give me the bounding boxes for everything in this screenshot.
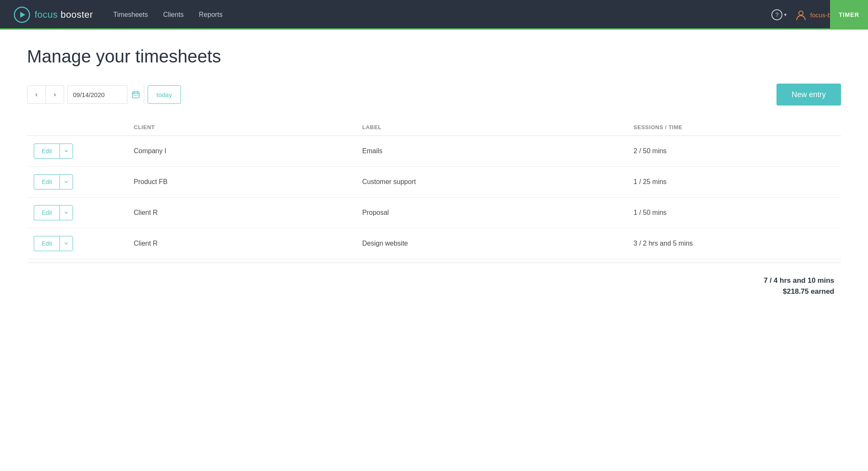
edit-button-1[interactable]: Edit [34,174,59,189]
calendar-icon [132,91,140,98]
controls-row: ‹ › today New entry [27,84,841,106]
edit-button-2[interactable]: Edit [34,205,59,220]
row-dropdown-2[interactable] [59,205,73,220]
date-picker [67,85,144,104]
navbar: focus booster Timesheets Clients Reports… [0,0,868,30]
row-dropdown-0[interactable] [59,143,73,159]
row-dropdown-3[interactable] [59,236,73,251]
help-icon: ? [771,9,782,20]
nav-links: Timesheets Clients Reports [113,11,772,19]
date-input[interactable] [68,86,127,103]
actions-cell-1: Edit [27,167,127,198]
actions-cell-3: Edit [27,228,127,259]
label-cell-2: Proposal [356,198,627,228]
svg-rect-6 [137,95,138,96]
timer-button[interactable]: TIMER [830,0,868,30]
totals-earned: $218.75 earned [27,287,834,296]
chevron-down-icon [64,211,68,215]
chevron-down-icon [64,149,68,153]
prev-date-button[interactable]: ‹ [27,85,46,104]
logo[interactable]: focus booster [13,6,93,23]
today-button[interactable]: today [148,85,181,104]
sessions-cell-2: 1 / 50 mins [627,198,841,228]
calendar-icon-button[interactable] [127,85,144,104]
label-cell-1: Customer support [356,167,627,198]
svg-rect-4 [134,95,135,96]
client-cell-2: Client R [127,198,356,228]
table-row: Edit Product FB Customer support 1 / 25 … [27,167,841,198]
col-label: LABEL [356,119,627,136]
client-cell-3: Client R [127,228,356,259]
actions-cell-2: Edit [27,198,127,228]
col-sessions: SESSIONS / TIME [627,119,841,136]
sessions-cell-1: 1 / 25 mins [627,167,841,198]
label-cell-0: Emails [356,136,627,167]
edit-button-0[interactable]: Edit [34,143,59,159]
totals-divider [27,263,841,263]
nav-reports[interactable]: Reports [199,11,223,19]
nav-clients[interactable]: Clients [163,11,184,19]
page-title: Manage your timesheets [27,46,841,67]
svg-marker-1 [20,12,25,18]
table-row: Edit Client R Proposal 1 / 50 mins [27,198,841,228]
table-header: CLIENT LABEL SESSIONS / TIME [27,119,841,136]
totals-row: 7 / 4 hrs and 10 mins $218.75 earned [27,266,841,296]
help-dropdown-icon: ▾ [784,12,787,18]
sessions-cell-0: 2 / 50 mins [627,136,841,167]
main-content: Manage your timesheets ‹ › today New ent… [0,30,868,471]
help-button[interactable]: ? ▾ [771,9,787,20]
totals-sessions: 7 / 4 hrs and 10 mins [27,276,834,285]
row-dropdown-1[interactable] [59,174,73,189]
label-cell-3: Design website [356,228,627,259]
actions-cell-0: Edit [27,136,127,167]
next-date-button[interactable]: › [46,85,64,104]
table-row: Edit Client R Design website 3 / 2 hrs a… [27,228,841,259]
user-icon [795,9,807,21]
table-row: Edit Company I Emails 2 / 50 mins [27,136,841,167]
logo-text: focus booster [35,9,93,20]
new-entry-button[interactable]: New entry [776,84,841,106]
client-cell-1: Product FB [127,167,356,198]
chevron-down-icon [64,180,68,184]
edit-button-3[interactable]: Edit [34,236,59,251]
svg-rect-5 [135,95,136,96]
client-cell-0: Company I [127,136,356,167]
col-client: CLIENT [127,119,356,136]
nav-timesheets[interactable]: Timesheets [113,11,148,19]
timesheet-table: CLIENT LABEL SESSIONS / TIME Edit Compan… [27,119,841,259]
sessions-cell-3: 3 / 2 hrs and 5 mins [627,228,841,259]
chevron-down-icon [64,241,68,246]
col-actions [27,119,127,136]
svg-point-2 [799,11,803,15]
logo-icon [13,6,30,23]
